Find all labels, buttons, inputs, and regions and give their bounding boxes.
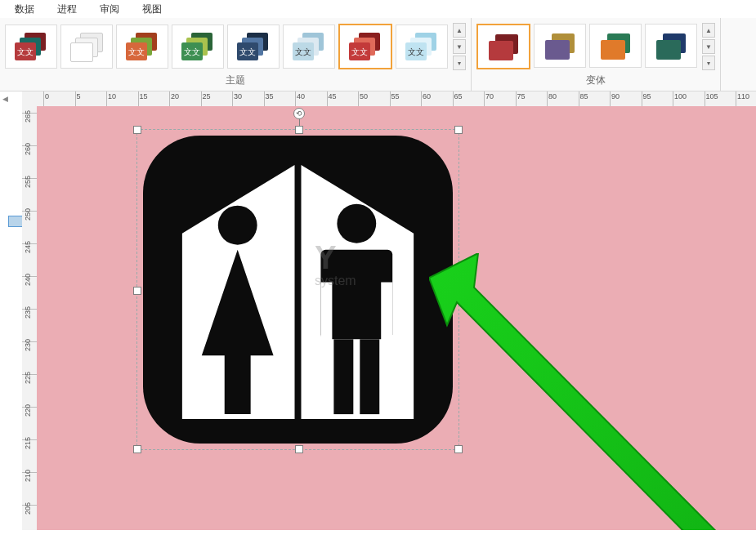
ruler-v-label: 215 [24, 437, 32, 449]
ruler-h-label: 55 [391, 92, 400, 100]
ruler-h-label: 0 [45, 92, 49, 100]
visio-design-workspace: 数据 进程 审阅 视图 文文文文文文文文文文文文文文▲▼▾ 主题 ▲ ▼ ▾ 变… [0, 0, 756, 535]
resize-handle-se[interactable] [454, 445, 463, 453]
ruler-h-label: 10 [108, 92, 116, 100]
ruler-h-label: 105 [706, 92, 718, 100]
menu-process[interactable]: 进程 [46, 0, 88, 19]
theme-thumb-label: 文文 [295, 47, 311, 58]
ruler-corner [22, 91, 38, 107]
theme-option-4[interactable]: 文文 [227, 25, 280, 69]
variant-option-2[interactable] [589, 24, 642, 68]
svg-rect-5 [381, 283, 392, 348]
menu-review[interactable]: 审阅 [88, 0, 131, 19]
resize-handle-e[interactable] [454, 287, 463, 295]
menu-data[interactable]: 数据 [3, 0, 46, 19]
themes-group-label: 主题 [5, 70, 466, 89]
ruler-h-label: 65 [454, 92, 463, 100]
menu-bar: 数据 进程 审阅 视图 [0, 0, 756, 18]
theme-thumb-label: 文文 [17, 47, 34, 58]
variants-group-label: 变体 [476, 70, 715, 89]
ruler-v-label: 260 [24, 143, 32, 155]
ruler-vertical[interactable]: 265260255250245240235230225220215210205 [22, 106, 38, 530]
svg-rect-4 [320, 283, 332, 348]
theme-gallery: 文文文文文文文文文文文文文文▲▼▾ [5, 23, 466, 70]
ruler-v-label: 245 [24, 241, 32, 253]
drawing-canvas[interactable]: ⟲ [37, 106, 756, 530]
rotation-handle[interactable]: ⟲ [293, 108, 305, 119]
ruler-h-label: 80 [548, 92, 557, 100]
ruler-h-label: 50 [360, 92, 368, 100]
panel-collapse-gutter: ◀ [0, 91, 10, 530]
ruler-v-label: 220 [24, 404, 32, 417]
ruler-h-label: 15 [140, 92, 148, 100]
ruler-v-label: 230 [24, 339, 32, 351]
variant-scroll-up[interactable]: ▲ [702, 23, 715, 38]
ruler-v-label: 225 [24, 372, 32, 384]
theme-thumb-label: 文文 [239, 47, 256, 58]
ruler-h-label: 45 [329, 92, 337, 100]
ruler-v-label: 205 [24, 502, 32, 515]
annotation-arrow-icon [429, 253, 756, 530]
ruler-h-label: 20 [171, 92, 179, 100]
workspace: ◀ 05101520253035404550556065707580859095… [0, 91, 756, 530]
ribbon-group-themes: 文文文文文文文文文文文文文文▲▼▾ 主题 [0, 18, 472, 91]
page-thumbnail-strip[interactable] [10, 91, 22, 530]
theme-option-0[interactable]: 文文 [5, 25, 57, 69]
resize-handle-s[interactable] [295, 445, 303, 453]
theme-scroll-down[interactable]: ▼ [453, 39, 466, 54]
svg-point-2 [337, 204, 376, 243]
ruler-h-label: 35 [266, 92, 274, 100]
theme-option-6[interactable]: 文文 [338, 24, 392, 69]
variant-gallery: ▲ ▼ ▾ [476, 23, 715, 70]
ruler-v-label: 265 [24, 110, 32, 123]
resize-handle-ne[interactable] [454, 126, 463, 134]
ruler-h-label: 95 [643, 92, 651, 100]
ruler-v-label: 250 [24, 208, 32, 221]
theme-expand-column: ▲▼▾ [451, 23, 466, 70]
restroom-sign-icon[interactable] [143, 136, 453, 444]
svg-point-1 [218, 206, 257, 245]
panel-collapse-toggle[interactable]: ◀ [2, 95, 8, 103]
ruler-v-label: 255 [24, 176, 32, 188]
ruler-h-label: 75 [517, 92, 526, 100]
ruler-horizontal[interactable]: 0510152025303540455055606570758085909510… [37, 91, 756, 107]
ruler-h-label: 85 [580, 92, 588, 100]
ribbon-group-variants: ▲ ▼ ▾ 变体 [472, 18, 721, 91]
theme-more[interactable]: ▾ [453, 56, 466, 70]
resize-handle-nw[interactable] [133, 126, 141, 134]
theme-thumb-label: 文文 [184, 47, 200, 58]
ruler-h-label: 5 [77, 92, 81, 100]
menu-view[interactable]: 视图 [131, 0, 173, 19]
theme-option-3[interactable]: 文文 [172, 25, 224, 69]
ribbon: 文文文文文文文文文文文文文文▲▼▾ 主题 ▲ ▼ ▾ 变体 [0, 18, 756, 91]
resize-handle-w[interactable] [133, 287, 141, 295]
svg-rect-6 [333, 339, 353, 414]
variant-option-3[interactable] [645, 24, 697, 68]
ruler-h-label: 70 [485, 92, 494, 100]
variant-option-0[interactable] [476, 24, 530, 69]
theme-thumb-label: 文文 [408, 47, 424, 58]
theme-option-7[interactable]: 文文 [396, 25, 448, 69]
ruler-h-label: 30 [234, 92, 242, 100]
svg-marker-8 [429, 253, 756, 530]
variant-option-1[interactable] [534, 24, 586, 68]
variant-scroll-down[interactable]: ▼ [702, 39, 715, 54]
theme-option-5[interactable]: 文文 [283, 25, 335, 69]
ruler-v-label: 235 [24, 306, 32, 319]
ruler-h-label: 110 [737, 92, 749, 100]
ruler-h-label: 40 [297, 92, 305, 100]
resize-handle-sw[interactable] [133, 445, 141, 453]
variant-more[interactable]: ▾ [702, 56, 715, 70]
selected-shape-restroom-sign[interactable]: ⟲ [136, 129, 459, 450]
ruler-h-label: 60 [423, 92, 431, 100]
theme-thumb-label: 文文 [351, 47, 368, 58]
ruler-h-label: 25 [203, 92, 211, 100]
variant-expand-column: ▲ ▼ ▾ [700, 23, 715, 70]
svg-rect-7 [360, 339, 379, 414]
theme-option-1[interactable] [60, 25, 113, 69]
ruler-h-label: 90 [611, 92, 620, 100]
theme-scroll-up[interactable]: ▲ [453, 23, 466, 38]
theme-thumb-label: 文文 [128, 47, 145, 58]
theme-option-2[interactable]: 文文 [116, 25, 168, 69]
resize-handle-n[interactable] [295, 126, 303, 134]
